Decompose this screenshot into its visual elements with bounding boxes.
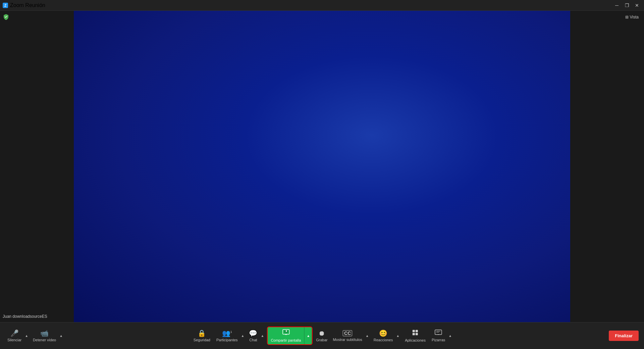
minimize-button[interactable]: ─ (612, 2, 621, 9)
detener-video-group: 📹 Detener vídeo ▲ (31, 328, 64, 344)
reacciones-chevron[interactable]: ▲ (395, 333, 401, 339)
svg-rect-9 (416, 333, 418, 335)
svg-rect-6 (413, 330, 415, 332)
right-sidebar: ⊞ Vista (570, 11, 644, 322)
vista-button[interactable]: ⊞ Vista (623, 13, 641, 21)
grabar-button[interactable]: ⏺ Grabar (314, 328, 329, 344)
titlebar: Z Zoom Reunión ─ ❐ ✕ (0, 0, 644, 11)
silenciar-chevron[interactable]: ▲ (23, 333, 30, 339)
pizarras-chevron[interactable]: ▲ (447, 333, 453, 339)
share-screen-icon (282, 329, 289, 337)
whiteboard-icon (435, 330, 442, 337)
reacciones-group: 😊 Reacciones ▲ (372, 328, 401, 344)
compartir-pantalla-group: Compartir pantalla ▲ (267, 327, 313, 345)
participantes-group: 👥1 Participantes ▲ (214, 328, 246, 344)
security-icon-area (3, 13, 9, 21)
chat-button[interactable]: 💬 Chat (247, 328, 259, 344)
titlebar-title: Zoom Reunión (10, 2, 45, 8)
toolbar-right: Finalizar (609, 331, 639, 341)
pizarras-group: Pizarras ▲ (430, 328, 453, 344)
toolbar-left: 🎤 Silenciar ▲ 📹 Detener vídeo ▲ (5, 328, 64, 344)
shield-check-icon (3, 13, 9, 20)
subtitulos-button[interactable]: CC Mostrar subtítulos (331, 328, 364, 344)
record-icon: ⏺ (318, 330, 325, 337)
participantes-button[interactable]: 👥1 Participantes (214, 328, 240, 344)
svg-rect-8 (413, 333, 415, 335)
camera-icon: 📹 (40, 330, 49, 337)
silenciar-group: 🎤 Silenciar ▲ (5, 328, 30, 344)
main-area: Juan downloadsourceES ⊞ Vista (0, 11, 644, 322)
apps-icon (412, 329, 419, 337)
seguridad-button[interactable]: 🔒 Seguridad (191, 328, 213, 344)
chat-group: 💬 Chat ▲ (247, 328, 265, 344)
detener-video-chevron[interactable]: ▲ (58, 333, 64, 339)
participant-name-label: Juan downloadsourceES (3, 314, 47, 319)
detener-video-button[interactable]: 📹 Detener vídeo (31, 328, 58, 344)
vista-icon: ⊞ (625, 15, 629, 19)
silenciar-button[interactable]: 🎤 Silenciar (5, 328, 23, 344)
grabar-group: ⏺ Grabar (314, 328, 329, 344)
titlebar-controls: ─ ❐ ✕ (612, 2, 641, 9)
vista-label: Vista (630, 15, 639, 19)
microphone-icon: 🎤 (10, 330, 19, 337)
subtitulos-chevron[interactable]: ▲ (364, 333, 370, 339)
security-icon: 🔒 (198, 330, 206, 337)
aplicaciones-button[interactable]: Aplicaciones (402, 327, 428, 344)
captions-icon: CC (343, 330, 352, 336)
reacciones-button[interactable]: 😊 Reacciones (372, 328, 395, 344)
toolbar-center: 🔒 Seguridad 👥1 Participantes ▲ 💬 Chat ▲ (191, 327, 453, 345)
titlebar-left: Z Zoom Reunión (3, 2, 45, 8)
pizarras-button[interactable]: Pizarras (430, 328, 447, 344)
participantes-chevron[interactable]: ▲ (240, 333, 246, 339)
close-button[interactable]: ✕ (633, 2, 641, 9)
participants-icon: 👥1 (222, 330, 232, 337)
chat-icon: 💬 (249, 330, 257, 337)
finalizar-button[interactable]: Finalizar (609, 331, 639, 341)
compartir-pantalla-button[interactable]: Compartir pantalla (267, 327, 304, 344)
compartir-pantalla-chevron[interactable]: ▲ (304, 327, 312, 344)
chat-chevron[interactable]: ▲ (259, 333, 265, 339)
zoom-logo-icon: Z (3, 3, 8, 8)
toolbar: 🎤 Silenciar ▲ 📹 Detener vídeo ▲ 🔒 Seguri… (0, 322, 644, 349)
svg-text:Z: Z (4, 4, 6, 7)
subtitulos-group: CC Mostrar subtítulos ▲ (331, 328, 370, 344)
svg-rect-7 (416, 330, 418, 332)
restore-button[interactable]: ❐ (623, 2, 631, 9)
video-area (74, 11, 570, 322)
left-sidebar: Juan downloadsourceES (0, 11, 74, 322)
reactions-icon: 😊 (379, 330, 387, 337)
